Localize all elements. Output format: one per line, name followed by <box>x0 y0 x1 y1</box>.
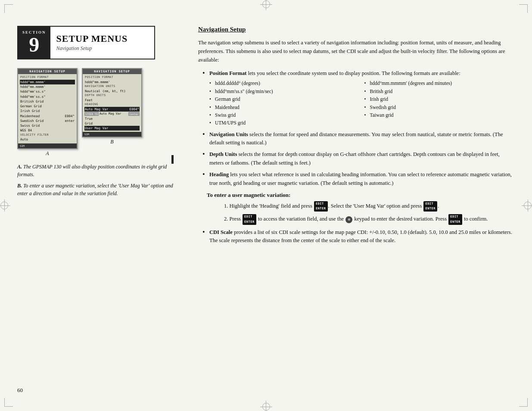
annotation-a: A. The GPSMAP 130 will also display posi… <box>17 163 181 178</box>
page-number: 60 <box>17 387 23 394</box>
position-format-subitems: •hddd.ddddd° (degrees) •hddd°mm'ss.s" (d… <box>209 79 515 127</box>
screen-b-footer: SIM <box>83 132 141 137</box>
bullet-position-format: • Position Format lets you select the co… <box>202 69 515 127</box>
screen-b-value1: hddd°mm.mmmm' <box>84 80 140 84</box>
bullet-dot-1: • <box>202 69 208 77</box>
btn-edit-enter-3: EDITENTER <box>243 214 256 224</box>
btn-edit-enter-2: EDITENTER <box>423 201 437 212</box>
screen-b-label2: NAVIGATION UNITS <box>84 84 140 89</box>
screen-a-label1: POSITION FORMAT <box>20 75 75 80</box>
bullet-1-content: Position Format lets you select the coor… <box>209 69 515 127</box>
screen-b-heading-row-2: True <box>84 116 140 121</box>
trim-mark-bl <box>4 398 13 407</box>
screens-container: NAVIGATION SETUP POSITION FORMAT hddd°mm… <box>17 68 181 157</box>
screen-b-body: POSITION FORMAT hddd°mm.mmmm' NAVIGATION… <box>83 74 141 132</box>
screen-a-footer-sim: SIM <box>20 144 25 147</box>
cdi-bullet-list: • CDI Scale provides a list of six CDI s… <box>202 228 515 245</box>
trim-mark-tr <box>519 4 528 13</box>
screen-b-header: NAVIGATION SETUP <box>83 69 141 74</box>
section-header: SECTION 9 SETUP MENUS Navigation Setup <box>17 26 155 59</box>
term-heading: Heading <box>209 171 229 177</box>
btn-edit-enter-1: EDITENTER <box>314 201 328 212</box>
sub-item-11: •UTM/UPS grid <box>209 119 360 127</box>
bullet-3-text: selects the format for depth contour dis… <box>209 151 500 165</box>
bullet-4-text: lets you select what reference is used i… <box>209 171 512 186</box>
sub-item-6: •Irish grid <box>364 95 515 103</box>
sub-item-3: •hddd°mm'ss.s" (deg/min/sec) <box>209 87 360 95</box>
sub-item-8: •Swedish grid <box>364 103 515 111</box>
screen-a-row-1: hddd°mm.mmmm' <box>20 84 75 89</box>
term-depth-units: Depth Units <box>209 151 237 157</box>
btn-edit-enter-4: EDITENTER <box>448 214 462 224</box>
section-number: 9 <box>29 34 39 55</box>
procedure-step-1: 1. Highlight the 'Heading' field and pre… <box>224 201 515 212</box>
term-position-format: Position Format <box>209 70 246 76</box>
screen-b-heading-row-4: User Mag Var <box>84 126 140 131</box>
annotation-b-label: B. <box>17 183 22 189</box>
screen-a-label: A <box>17 150 78 157</box>
device-screen-a: NAVIGATION SETUP POSITION FORMAT hddd°mm… <box>17 68 78 149</box>
sub-item-10: •Taiwan grid <box>364 111 515 119</box>
screen-a-row-8: Swedish Gridenter <box>20 118 75 123</box>
annotation-a-text: The GPSMAP 130 will also display positio… <box>17 164 167 177</box>
screen-a-row-6: Irish Grid <box>20 109 75 113</box>
screen-a-pair: NAVIGATION SETUP POSITION FORMAT hddd°mm… <box>17 68 78 157</box>
annotations: A. The GPSMAP 130 will also display posi… <box>17 163 181 197</box>
screen-a-row-7: MaidenheadE004° <box>20 114 75 118</box>
bullet-dot-2: • <box>202 131 208 138</box>
section-title-block: SETUP MENUS Navigation Setup <box>50 27 154 59</box>
section-label: SECTION 9 <box>18 27 50 59</box>
screen-b-footer-sim: SIM <box>84 133 89 136</box>
bullet-dot-cdi: • <box>202 228 208 236</box>
main-bullet-list: • Position Format lets you select the co… <box>202 69 515 187</box>
screen-b-steer-row: STEER TO Auto Mag Var Center <box>84 112 140 116</box>
trim-mark-tl <box>4 4 13 13</box>
sub-item-2: •hddd°mm.mmmm' (degrees and minutes) <box>364 79 515 87</box>
bullet-dot-3: • <box>202 150 208 158</box>
screen-a-body: POSITION FORMAT hddd°mm.mmmm' hddd°mm.mm… <box>18 74 77 143</box>
screen-a-row-9: Swiss Grid <box>20 123 75 128</box>
btn-keypad: ⊕ <box>345 216 352 223</box>
page-marker-bar <box>171 155 174 164</box>
annotation-b-text: To enter a user magnetic variation, sele… <box>17 183 173 196</box>
cdi-text: provides a list of six CDI scale setting… <box>209 229 512 243</box>
device-screen-b: NAVIGATION SETUP POSITION FORMAT hddd°mm… <box>82 68 142 137</box>
procedure-steps: 1. Highlight the 'Heading' field and pre… <box>224 201 515 225</box>
sub-item-4: •British grid <box>364 87 515 95</box>
sub-item-7: •Maidenhead <box>209 103 360 111</box>
screen-b-label: B <box>82 139 142 145</box>
screen-a-row-0: hddd°mm.mmmm' <box>20 80 75 84</box>
screen-b-label4: HEADING <box>84 103 140 107</box>
right-column: Navigation Setup The navigation setup su… <box>190 26 515 385</box>
screen-b-value2: Nautical (nm, kt, ft) <box>84 89 140 93</box>
screen-b-heading-row-3: Grid <box>84 121 140 126</box>
screen-b-value3: Feet <box>84 98 140 103</box>
screen-a-header: NAVIGATION SETUP <box>18 69 77 74</box>
procedure-step-2: 2. Press EDITENTER to access the variati… <box>224 214 515 224</box>
annotation-b: B. To enter a user magnetic variation, s… <box>17 182 181 197</box>
screen-a-row-4: British Grid <box>20 99 75 104</box>
section-subtitle: Navigation Setup <box>56 45 148 52</box>
trim-mark-br <box>519 398 528 407</box>
screen-a-row-5: German Grid <box>20 104 75 109</box>
screen-a-label2: VELOCITY FILTER <box>20 133 75 137</box>
cdi-content: CDI Scale provides a list of six CDI sca… <box>209 228 515 245</box>
bullet-cdi-scale: • CDI Scale provides a list of six CDI s… <box>202 228 515 245</box>
left-column: SECTION 9 SETUP MENUS Navigation Setup N… <box>17 26 190 385</box>
screen-b-label1: POSITION FORMAT <box>84 75 140 80</box>
screen-a-row-10: WGS 84 <box>20 128 75 133</box>
annotation-a-label: A. <box>17 164 22 170</box>
sub-list-col1: •hddd.ddddd° (degrees) •hddd°mm'ss.s" (d… <box>209 79 360 127</box>
screen-a-row-auto: Auto <box>20 137 75 142</box>
bullet-depth-units: • Depth Units selects the format for dep… <box>202 150 515 167</box>
sub-list-col2: •hddd°mm.mmmm' (degrees and minutes) •Br… <box>364 79 515 127</box>
bullet-2-text: selects the format for speed and distanc… <box>209 131 503 146</box>
screen-a-footer: SIM <box>18 143 77 148</box>
screen-b-label3: DEPTH UNITS <box>84 93 140 98</box>
term-nav-units: Navigation Units <box>209 131 248 137</box>
sub-item-5: •German grid <box>209 95 360 103</box>
sub-item-9: •Swiss grid <box>209 111 360 119</box>
bullet-dot-4: • <box>202 171 208 178</box>
bullet-2-content: Navigation Units selects the format for … <box>209 131 515 147</box>
section-main-title: SETUP MENUS <box>56 34 148 44</box>
